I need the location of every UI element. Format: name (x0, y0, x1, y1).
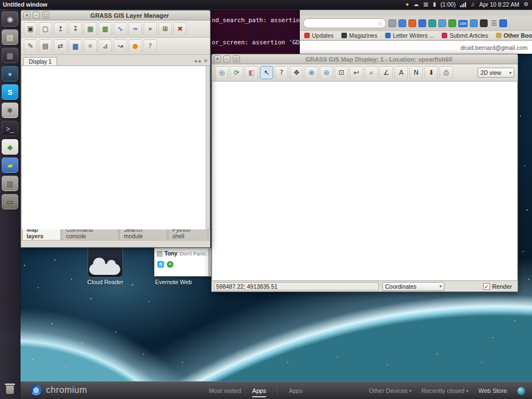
zoom-out-icon[interactable]: ⊖ (320, 66, 333, 79)
bookmark-item[interactable]: Submit Articles (442, 32, 488, 39)
extension-icon[interactable] (398, 19, 406, 27)
extension-icon[interactable] (448, 19, 456, 27)
bookmark-item[interactable]: Updates (304, 32, 334, 39)
open-workspace-icon[interactable]: ↥ (54, 22, 67, 35)
extension-badge[interactable]: 16h (458, 20, 468, 27)
extension-icon[interactable] (480, 19, 488, 27)
nviz-3d-view-icon[interactable]: ● (129, 39, 142, 53)
pan-icon[interactable]: ✥ (290, 66, 303, 79)
add-command-layer-icon[interactable]: » (144, 22, 157, 35)
extension-icon[interactable] (438, 19, 446, 27)
extension-icon[interactable] (408, 19, 416, 27)
close-button[interactable]: ✕ (214, 55, 221, 63)
tab-most-visited[interactable]: Most visited (209, 387, 241, 394)
zoom-options-icon[interactable]: ⌕ (365, 66, 378, 79)
save-workspace-icon[interactable]: ↧ (69, 22, 82, 35)
extension-icon[interactable] (499, 19, 507, 27)
layer-tree-area[interactable] (21, 66, 210, 229)
delete-layer-icon[interactable]: ✖ (173, 22, 187, 35)
profile-tool-icon[interactable]: ↝ (114, 39, 127, 53)
return-to-previous-zoom-icon[interactable]: ↩ (350, 66, 363, 79)
tab-scroll-right-icon[interactable]: ▸ (199, 58, 202, 64)
maximize-button[interactable]: ▢ (233, 55, 240, 63)
add-group-icon[interactable]: ⊞ (158, 22, 172, 35)
app-label-cloud-reader[interactable]: Cloud Reader (78, 279, 133, 285)
account-email[interactable]: druid.bernard@gmail.com (461, 44, 528, 51)
battery-icon[interactable]: ▮ (433, 0, 436, 9)
map-canvas[interactable] (212, 81, 518, 280)
add-vector-overlays-icon[interactable]: ≈ (129, 22, 142, 35)
extension-icon[interactable] (418, 19, 426, 27)
save-display-to-file-icon[interactable]: ⬇ (424, 66, 438, 79)
add-map-elements-icon[interactable]: A (395, 66, 408, 79)
zoom-to-extent-icon[interactable]: ⊡ (335, 66, 348, 79)
keyboard-indicator-icon[interactable]: ▦ (423, 0, 428, 9)
tab-scroll-left-icon[interactable]: ◂ (194, 58, 197, 64)
display-map-icon[interactable]: ◎ (215, 66, 228, 79)
tab-display-1[interactable]: Display 1 (23, 57, 57, 65)
skype-icon[interactable]: S (157, 261, 164, 268)
extension-icon[interactable] (428, 19, 436, 27)
map-display-titlebar[interactable]: ✕ − ▢ GRASS GIS Map Display: 1 - Locatio… (212, 54, 518, 64)
extension-icon[interactable] (388, 19, 396, 27)
launcher-web-browser-icon[interactable]: ● (2, 66, 18, 81)
web-store-link[interactable]: Web Store (478, 387, 507, 394)
weather-icon[interactable]: ☁ (413, 0, 419, 9)
print-display-icon[interactable]: ⎙ (439, 66, 453, 79)
app-label-evernote-web[interactable]: Evernote Web (146, 279, 201, 285)
computational-region-icon[interactable]: ⌗ (84, 39, 97, 53)
browser-menu-icon[interactable]: ☰ (491, 19, 497, 27)
query-raster-vector-icon[interactable]: ? (275, 66, 288, 79)
measure-distance-icon[interactable]: ∠ (380, 66, 393, 79)
tab-apps-active[interactable]: Apps (252, 387, 266, 397)
network-icon[interactable] (460, 2, 466, 7)
edit-vector-icon[interactable]: ✎ (24, 39, 37, 53)
extension-icon[interactable] (470, 19, 478, 27)
launcher-screenshot-tool-icon[interactable]: ▦ (2, 48, 18, 63)
histogram-icon[interactable]: ▆ (69, 39, 82, 53)
add-vector-icon[interactable]: ∿ (114, 22, 127, 35)
other-bookmarks-button[interactable]: Other Bookmarks (496, 32, 532, 39)
session-gear-icon[interactable]: ⚙ (524, 0, 529, 9)
north-arrow-icon[interactable]: N (410, 66, 423, 79)
add-raster-icon[interactable]: ▦ (84, 22, 97, 35)
vector-cleaning-icon[interactable]: ⊿ (99, 39, 112, 53)
launcher-skype-icon[interactable]: S (2, 84, 18, 100)
tab-apps-2[interactable]: Apps (289, 387, 303, 394)
other-devices-menu[interactable]: Other Devices ▾ (369, 387, 412, 394)
url-input[interactable]: ☆ (303, 18, 386, 28)
launcher-terminal-icon[interactable]: >_ (2, 121, 18, 136)
maximize-button[interactable]: ▢ (42, 12, 49, 19)
notification-icon[interactable]: ● (406, 0, 409, 9)
globe-icon[interactable] (517, 387, 525, 395)
launcher-ubuntu-dash-icon[interactable]: ◉ (2, 11, 18, 27)
erase-display-icon[interactable]: ◧ (245, 66, 258, 79)
render-map-icon[interactable]: ⟳ (230, 66, 243, 79)
view-mode-select[interactable]: 2D view▾ (478, 68, 514, 78)
create-workspace-icon[interactable]: ▢ (39, 22, 52, 35)
close-button[interactable]: ✕ (23, 12, 30, 19)
launcher-archive-manager-icon[interactable]: ▭ (2, 194, 18, 209)
new-display-icon[interactable]: ▣ (24, 22, 37, 35)
add-raster-overlays-icon[interactable]: ▩ (99, 22, 112, 35)
render-checkbox[interactable]: ✓ (483, 283, 490, 290)
zoom-in-icon[interactable]: ⊕ (305, 66, 318, 79)
launcher-software-center-icon[interactable]: ▰ (2, 157, 18, 173)
attribute-table-icon[interactable]: ▤ (39, 39, 52, 53)
launcher-system-settings-icon[interactable]: ✱ (2, 103, 18, 118)
trash-icon[interactable] (5, 383, 15, 395)
minimize-button[interactable]: − (33, 12, 40, 19)
add-contact-icon[interactable]: + (167, 261, 173, 268)
launcher-file-manager-icon[interactable]: ▤ (2, 29, 18, 45)
launcher-grass-gis-icon[interactable]: ◆ (2, 139, 18, 155)
volume-icon[interactable]: ♫ (470, 0, 475, 9)
clock[interactable]: Apr 10 8:22 AM (479, 1, 519, 8)
minimize-button[interactable]: − (223, 55, 231, 63)
scrollbar[interactable] (206, 66, 209, 229)
tab-close-icon[interactable]: ✕ (203, 58, 208, 64)
launcher-boxes-icon[interactable]: ▥ (2, 176, 18, 191)
bookmark-star-icon[interactable]: ☆ (377, 20, 383, 27)
layer-manager-titlebar[interactable]: ✕ − ▢ GRASS GIS Layer Manager (21, 11, 210, 21)
pointer-icon[interactable]: ↖ (260, 66, 273, 79)
statusbar-mode-select[interactable]: Coordinates ▾ (382, 282, 444, 291)
